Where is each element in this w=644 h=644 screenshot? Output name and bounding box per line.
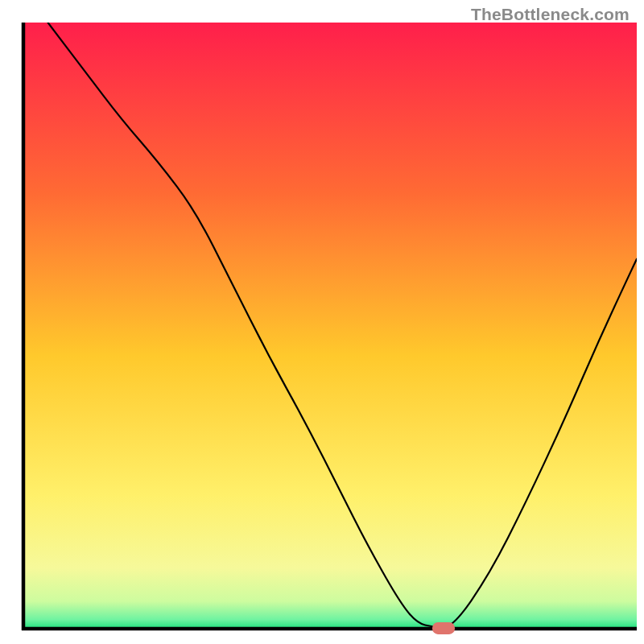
optimal-marker (432, 622, 455, 634)
plot-background (23, 23, 637, 629)
bottleneck-chart (0, 0, 644, 644)
attribution-label: TheBottleneck.com (471, 5, 630, 24)
